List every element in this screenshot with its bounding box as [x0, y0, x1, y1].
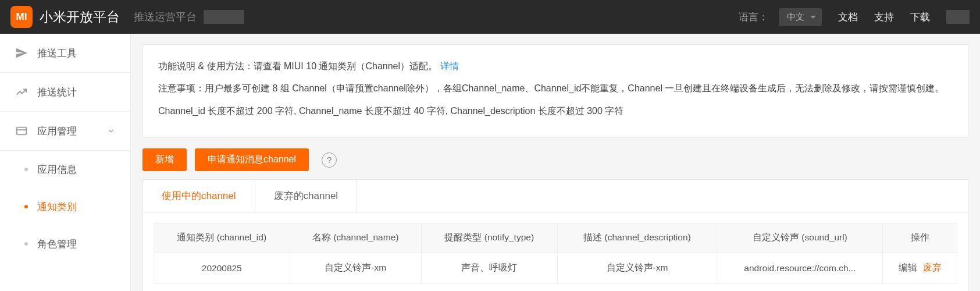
- bullet-icon: [24, 205, 28, 208]
- action-row: 新增 申请通知消息channel ?: [142, 148, 968, 171]
- nav-download-link[interactable]: 下载: [910, 10, 930, 24]
- language-dropdown[interactable]: 中文: [779, 8, 822, 26]
- nav-support-link[interactable]: 支持: [874, 10, 894, 24]
- chevron-down-icon: [107, 127, 115, 135]
- details-link[interactable]: 详情: [440, 61, 459, 71]
- help-icon[interactable]: ?: [322, 152, 337, 168]
- sidebar-label: 应用管理: [37, 125, 77, 138]
- cell-actions: 编辑 废弃: [883, 253, 957, 284]
- sidebar-sub-role-mgmt[interactable]: 角色管理: [37, 225, 130, 262]
- th-actions: 操作: [883, 223, 957, 253]
- sidebar-sub-notify-category[interactable]: 通知类别: [37, 188, 130, 225]
- channel-table: 通知类别 (channel_id) 名称 (channel_name) 提醒类型…: [154, 223, 957, 284]
- header-right: 语言： 中文 文档 支持 下载: [739, 8, 970, 26]
- th-description: 描述 (channel_description): [557, 223, 717, 253]
- apply-channel-button[interactable]: 申请通知消息channel: [195, 148, 309, 171]
- sidebar-sub-label: 角色管理: [37, 237, 77, 251]
- sidebar-sub-label: 通知类别: [37, 200, 77, 214]
- sidebar: 推送工具 推送统计 应用管理 应用信息 通知类别 角色管理: [0, 34, 131, 291]
- th-notify-type: 提醒类型 (notify_type): [422, 223, 558, 253]
- notice-line-1: 功能说明 & 使用方法：请查看 MIUI 10 通知类别（Channel）适配。…: [158, 58, 953, 75]
- header-obscured-area: [204, 10, 244, 24]
- content-area: 功能说明 & 使用方法：请查看 MIUI 10 通知类别（Channel）适配。…: [131, 34, 980, 291]
- sidebar-label: 推送统计: [37, 86, 77, 99]
- sidebar-sub-app-info[interactable]: 应用信息: [37, 151, 130, 188]
- main-layout: 推送工具 推送统计 应用管理 应用信息 通知类别 角色管理: [0, 34, 980, 291]
- th-sound-url: 自定义铃声 (sound_url): [717, 223, 883, 253]
- notice-box: 功能说明 & 使用方法：请查看 MIUI 10 通知类别（Channel）适配。…: [142, 44, 968, 138]
- chart-icon: [15, 86, 28, 98]
- bullet-icon: [24, 242, 28, 246]
- notice-line-3: Channel_id 长度不超过 200 字符, Channel_name 长度…: [158, 102, 953, 120]
- svg-rect-0: [17, 127, 27, 135]
- sidebar-item-app-mgmt[interactable]: 应用管理: [0, 112, 130, 151]
- tab-discarded[interactable]: 废弃的channel: [255, 180, 358, 212]
- app-icon: [15, 125, 28, 137]
- table-header-row: 通知类别 (channel_id) 名称 (channel_name) 提醒类型…: [154, 223, 957, 253]
- logo-icon: MI: [10, 6, 33, 28]
- cell-channel-id: 20200825: [154, 253, 290, 284]
- tabs-container: 使用中的channel 废弃的channel 通知类别 (channel_id)…: [142, 179, 968, 291]
- tabs-bar: 使用中的channel 废弃的channel: [143, 180, 968, 212]
- edit-action[interactable]: 编辑: [899, 262, 917, 272]
- table-row: 20200825 自定义铃声-xm 声音、呼吸灯 自定义铃声-xm androi…: [154, 253, 957, 284]
- brand-title: 小米开放平台: [40, 8, 120, 26]
- cell-notify-type: 声音、呼吸灯: [422, 253, 558, 284]
- th-channel-name: 名称 (channel_name): [290, 223, 421, 253]
- notice-text: 功能说明 & 使用方法：请查看 MIUI 10 通知类别（Channel）适配。: [158, 61, 440, 71]
- send-icon: [15, 47, 28, 59]
- cell-channel-name: 自定义铃声-xm: [290, 253, 421, 284]
- sidebar-label: 推送工具: [37, 47, 77, 60]
- cell-sound-url: android.resource://com.ch...: [717, 253, 883, 284]
- header-obscured-right: [946, 10, 970, 24]
- table-wrapper: 通知类别 (channel_id) 名称 (channel_name) 提醒类型…: [143, 212, 968, 291]
- sub-platform-label: 推送运营平台: [134, 10, 197, 24]
- bullet-icon: [24, 168, 28, 171]
- add-button[interactable]: 新增: [142, 148, 187, 171]
- tab-in-use[interactable]: 使用中的channel: [143, 180, 255, 212]
- sidebar-item-push-stats[interactable]: 推送统计: [0, 73, 130, 112]
- language-label: 语言：: [739, 10, 768, 24]
- notice-line-2: 注意事项：用户最多可创建 8 组 Channel（申请预置channel除外），…: [158, 80, 953, 97]
- sidebar-submenu: 应用信息 通知类别 角色管理: [0, 151, 130, 262]
- th-channel-id: 通知类别 (channel_id): [154, 223, 290, 253]
- sidebar-sub-label: 应用信息: [37, 163, 77, 176]
- top-header: MI 小米开放平台 推送运营平台 语言： 中文 文档 支持 下载: [0, 0, 980, 34]
- discard-action[interactable]: 废弃: [923, 262, 942, 272]
- sidebar-item-push-tools[interactable]: 推送工具: [0, 34, 130, 73]
- cell-description: 自定义铃声-xm: [557, 253, 717, 284]
- nav-docs-link[interactable]: 文档: [838, 10, 858, 24]
